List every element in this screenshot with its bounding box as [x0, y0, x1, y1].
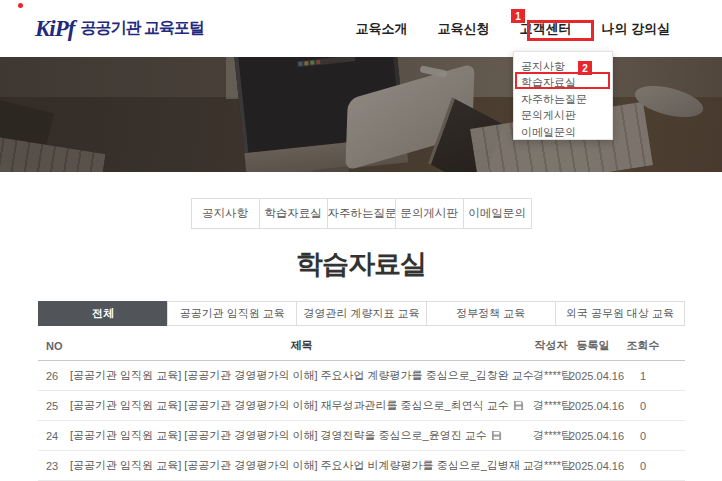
- dropdown-item-email-inquiry[interactable]: 이메일문의: [521, 124, 612, 140]
- site-logo[interactable]: KiPf 공공기관 교육포털: [35, 16, 204, 42]
- category-tab-gov-policy[interactable]: 정부정책 교육: [426, 301, 556, 326]
- annotation-badge-1: 1: [511, 9, 525, 23]
- row-no: 25: [38, 400, 70, 412]
- row-no: 24: [38, 430, 70, 442]
- tab-faq[interactable]: 자주하는질문: [327, 198, 396, 229]
- row-views: 0: [617, 460, 669, 472]
- annotation-box-step2: [515, 72, 610, 89]
- row-views: 0: [617, 430, 669, 442]
- row-no: 26: [38, 370, 70, 382]
- category-tab-management-index[interactable]: 경영관리 계량지표 교육: [296, 301, 426, 326]
- row-views: 1: [617, 370, 669, 382]
- attachment-icon: [491, 430, 502, 441]
- col-header-no: NO: [38, 340, 70, 352]
- row-author: 경****팀: [533, 428, 569, 443]
- row-title-link[interactable]: [공공기관 임직원 교육] [공공기관 경영평가의 이해] 주요사업 비계량평가…: [70, 458, 533, 473]
- table-header-row: NO 제목 작성자 등록일 조회수: [38, 331, 685, 361]
- row-title-text: [공공기관 임직원 교육] [공공기관 경영평가의 이해] 재무성과관리를 중심…: [70, 398, 509, 413]
- tab-inquiry-board[interactable]: 문의게시판: [395, 198, 464, 229]
- nav-item-education-intro[interactable]: 교육소개: [355, 20, 407, 38]
- row-date: 2025.04.16: [569, 460, 617, 472]
- kipf-logo-icon: KiPf: [35, 16, 74, 42]
- materials-table: NO 제목 작성자 등록일 조회수 26 [공공기관 임직원 교육] [공공기관…: [38, 331, 685, 481]
- page-title: 학습자료실: [0, 245, 722, 283]
- row-author: 경****팀: [533, 398, 569, 413]
- annotation-box-step1: [527, 20, 594, 41]
- row-date: 2025.04.16: [569, 430, 617, 442]
- col-header-date: 등록일: [569, 338, 617, 353]
- table-row[interactable]: 26 [공공기관 임직원 교육] [공공기관 경영평가의 이해] 주요사업 계량…: [38, 361, 685, 391]
- table-row[interactable]: 25 [공공기관 임직원 교육] [공공기관 경영평가의 이해] 재무성과관리를…: [38, 391, 685, 421]
- tab-email-inquiry[interactable]: 이메일문의: [463, 198, 532, 229]
- dropdown-item-faq[interactable]: 자주하는질문: [521, 91, 612, 107]
- table-row[interactable]: 23 [공공기관 임직원 교육] [공공기관 경영평가의 이해] 주요사업 비계…: [38, 451, 685, 481]
- customer-center-dropdown: 공지사항 학습자료실 자주하는질문 문의게시판 이메일문의: [513, 51, 613, 140]
- tab-notice[interactable]: 공지사항: [191, 198, 260, 229]
- row-title-link[interactable]: [공공기관 임직원 교육] [공공기관 경영평가의 이해] 재무성과관리를 중심…: [70, 398, 533, 413]
- attachment-icon: [513, 400, 524, 411]
- category-tab-public-staff[interactable]: 공공기관 임직원 교육: [167, 301, 297, 326]
- logo-red-dot-icon: [18, 3, 23, 8]
- row-title-text: [공공기관 임직원 교육] [공공기관 경영평가의 이해] 경영전략을 중심으로…: [70, 428, 487, 443]
- row-author: 경****팀: [533, 458, 569, 473]
- site-title: 공공기관 교육포털: [80, 18, 203, 39]
- row-title-link[interactable]: [공공기관 임직원 교육] [공공기관 경영평가의 이해] 경영전략을 중심으로…: [70, 428, 533, 443]
- category-tab-foreign-officials[interactable]: 외국 공무원 대상 교육: [555, 301, 685, 326]
- dropdown-item-inquiry-board[interactable]: 문의게시판: [521, 107, 612, 123]
- tab-learning-materials[interactable]: 학습자료실: [259, 198, 328, 229]
- row-author: 경****팀: [533, 368, 569, 383]
- col-header-views: 조회수: [617, 338, 669, 353]
- hero-dark-overlay: [0, 57, 722, 172]
- board-tab-strip: 공지사항 학습자료실 자주하는질문 문의게시판 이메일문의: [0, 198, 722, 229]
- top-header: KiPf 공공기관 교육포털 교육소개 교육신청 고객센터 나의 강의실: [0, 0, 722, 57]
- row-date: 2025.04.16: [569, 400, 617, 412]
- nav-item-my-classroom[interactable]: 나의 강의실: [601, 20, 670, 38]
- category-tab-all[interactable]: 전체: [38, 301, 168, 326]
- row-title-link[interactable]: [공공기관 임직원 교육] [공공기관 경영평가의 이해] 주요사업 계량평가를…: [70, 368, 533, 383]
- category-tabs: 전체 공공기관 임직원 교육 경영관리 계량지표 교육 정부정책 교육 외국 공…: [38, 301, 685, 326]
- row-views: 0: [617, 400, 669, 412]
- row-title-text: [공공기관 임직원 교육] [공공기관 경영평가의 이해] 주요사업 계량평가를…: [70, 368, 533, 383]
- annotation-badge-2: 2: [578, 61, 592, 75]
- col-header-author: 작성자: [533, 338, 569, 353]
- row-title-text: [공공기관 임직원 교육] [공공기관 경영평가의 이해] 주요사업 비계량평가…: [70, 458, 533, 473]
- row-date: 2025.04.16: [569, 370, 617, 382]
- col-header-title: 제목: [70, 338, 533, 353]
- table-row[interactable]: 24 [공공기관 임직원 교육] [공공기관 경영평가의 이해] 경영전략을 중…: [38, 421, 685, 451]
- row-no: 23: [38, 460, 70, 472]
- hero-image: [0, 57, 722, 172]
- nav-item-education-apply[interactable]: 교육신청: [437, 20, 489, 38]
